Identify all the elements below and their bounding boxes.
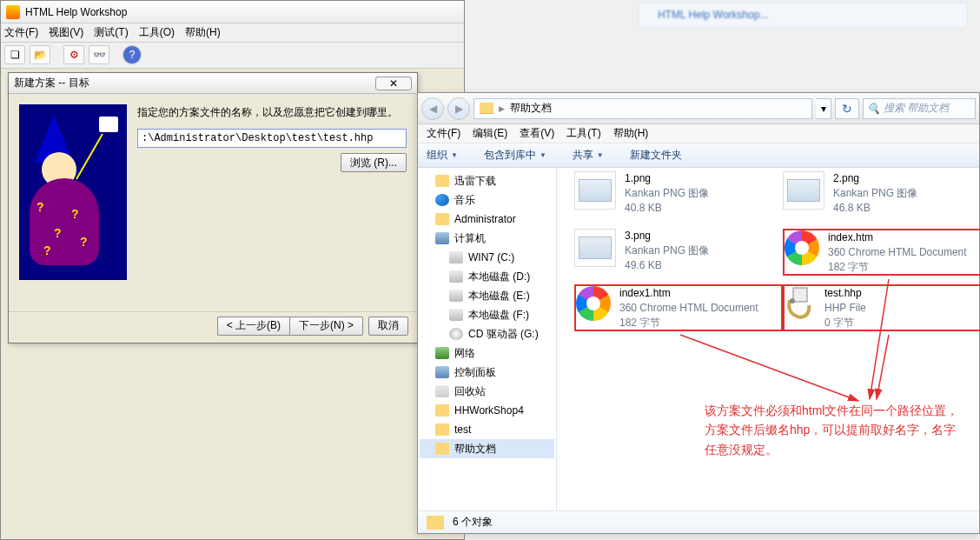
explorer-menubar[interactable]: 文件(F) 编辑(E) 查看(V) 工具(T) 帮助(H) <box>418 124 979 143</box>
chrome-icon <box>785 230 819 265</box>
file-name: 1.png <box>625 171 709 186</box>
file-thumbnail <box>783 171 824 210</box>
tree-item[interactable]: 本地磁盘 (F:) <box>420 305 554 324</box>
exp-menu-tools[interactable]: 工具(T) <box>566 126 600 141</box>
explorer-address-row: ◀ ▶ ▶ 帮助文档 ▾ ↻ 🔍 搜索 帮助文档 <box>418 93 979 124</box>
file-name: index1.htm <box>619 286 758 301</box>
new-project-wizard: 新建方案 -- 目标 ✕ ? ? ? ? ? 指定您的方案文件的名称，以及您愿意… <box>8 72 418 343</box>
hhw-toolbar: ❏ 📂 ⚙ 👓 ? <box>1 43 464 69</box>
search-placeholder: 搜索 帮助文档 <box>884 101 949 116</box>
tree-item[interactable]: 控制面板 <box>420 363 554 382</box>
file-item[interactable]: 2.png Kankan PNG 图像 46.8 KB <box>783 171 980 215</box>
tree-item[interactable]: 本地磁盘 (D:) <box>420 267 554 286</box>
tree-item-label: 计算机 <box>454 231 486 246</box>
file-view[interactable]: 该方案文件必须和html文件在同一个路径位置，方案文件后缀名hhp，可以提前取好… <box>557 168 979 510</box>
navigation-tree[interactable]: 迅雷下载音乐Administrator计算机WIN7 (C:)本地磁盘 (D:)… <box>418 168 557 510</box>
file-size: 40.8 KB <box>625 201 709 216</box>
tree-item-label: 本地磁盘 (E:) <box>468 289 530 303</box>
exp-menu-view[interactable]: 查看(V) <box>520 126 554 141</box>
refresh-button[interactable]: ↻ <box>835 98 859 119</box>
file-item[interactable]: 1.png Kankan PNG 图像 40.8 KB <box>574 171 783 215</box>
tree-item[interactable]: 帮助文档 <box>420 439 554 458</box>
file-name: index.htm <box>828 230 967 245</box>
hhw-menu-test[interactable]: 测试(T) <box>94 25 128 40</box>
tree-item[interactable]: WIN7 (C:) <box>420 248 554 267</box>
tree-item-icon <box>435 194 449 206</box>
toolbar-share[interactable]: 共享▼ <box>573 148 604 163</box>
hhw-menu-help[interactable]: 帮助(H) <box>185 25 221 40</box>
file-item[interactable]: index1.htm 360 Chrome HTML Document 182 … <box>574 284 783 331</box>
nav-forward-button[interactable]: ▶ <box>447 97 470 120</box>
file-size: 0 字节 <box>824 316 866 330</box>
search-input[interactable]: 🔍 搜索 帮助文档 <box>863 98 976 119</box>
project-path-input[interactable] <box>137 129 407 148</box>
hhw-menu-file[interactable]: 文件(F) <box>4 25 38 40</box>
toolbar-organize[interactable]: 组织▼ <box>427 148 458 163</box>
tree-item[interactable]: CD 驱动器 (G:) <box>420 324 554 343</box>
hhw-menu-tools[interactable]: 工具(O) <box>139 25 175 40</box>
toolbar-include-in-library[interactable]: 包含到库中▼ <box>484 148 546 163</box>
breadcrumb-current[interactable]: 帮助文档 <box>510 101 552 116</box>
tree-item[interactable]: Administrator <box>420 210 554 229</box>
wizard-footer: < 上一步(B) 下一步(N) > 取消 <box>9 311 417 339</box>
file-item[interactable]: index.htm 360 Chrome HTML Document 182 字… <box>783 229 980 276</box>
chevron-down-icon: ▼ <box>597 151 604 159</box>
status-object-count: 6 个对象 <box>453 515 493 530</box>
file-size: 49.6 KB <box>625 258 709 273</box>
hhw-menubar[interactable]: 文件(F) 视图(V) 测试(T) 工具(O) 帮助(H) <box>1 23 464 43</box>
hhw-app-icon <box>6 5 20 19</box>
tree-item-label: CD 驱动器 (G:) <box>468 327 539 342</box>
file-item[interactable]: 3.png Kankan PNG 图像 49.6 KB <box>574 229 783 272</box>
svg-line-2 <box>877 335 889 399</box>
svg-line-0 <box>680 335 858 401</box>
tree-item[interactable]: 网络 <box>420 343 554 363</box>
tree-item[interactable]: 迅雷下载 <box>420 171 554 190</box>
hhw-open-button[interactable]: 📂 <box>30 45 50 64</box>
file-size: 182 字节 <box>619 316 758 330</box>
hhw-compile-button[interactable]: ⚙ <box>63 45 84 64</box>
file-size: 182 字节 <box>828 260 967 275</box>
file-type: 360 Chrome HTML Document <box>619 301 758 316</box>
explorer-statusbar: 6 个对象 <box>418 510 979 533</box>
toolbar-new-folder[interactable]: 新建文件夹 <box>630 148 682 163</box>
tree-item-label: WIN7 (C:) <box>468 251 514 263</box>
address-bar[interactable]: ▶ 帮助文档 <box>473 98 812 119</box>
file-name: 3.png <box>625 229 709 243</box>
annotation-text: 该方案文件必须和html文件在同一个路径位置，方案文件后缀名hhp，可以提前取好… <box>705 401 965 459</box>
file-item[interactable]: test.hhp HHP File 0 字节 <box>783 284 980 331</box>
tree-item[interactable]: 音乐 <box>420 190 554 210</box>
hhw-help-button[interactable]: ? <box>122 45 142 64</box>
exp-menu-file[interactable]: 文件(F) <box>427 126 460 141</box>
exp-menu-help[interactable]: 帮助(H) <box>613 126 649 141</box>
tree-item-icon <box>435 404 449 417</box>
tree-item[interactable]: 本地磁盘 (E:) <box>420 286 554 305</box>
hhp-icon <box>785 286 816 319</box>
wizard-back-button[interactable]: < 上一步(B) <box>217 317 289 336</box>
file-thumbnail <box>574 229 616 267</box>
tree-item[interactable]: test <box>420 420 554 439</box>
browse-button[interactable]: 浏览 (R)... <box>341 153 407 172</box>
tree-item[interactable]: HHWorkShop4 <box>420 401 554 420</box>
tree-item-icon <box>435 423 449 436</box>
tree-item-icon <box>435 213 449 225</box>
search-icon: 🔍 <box>867 103 880 115</box>
wizard-next-button[interactable]: 下一步(N) > <box>289 317 363 336</box>
address-dropdown-button[interactable]: ▾ <box>816 98 831 119</box>
hhw-menu-view[interactable]: 视图(V) <box>49 25 83 40</box>
wizard-description: 指定您的方案文件的名称，以及您愿意把它创建到哪里。 <box>137 104 407 120</box>
chevron-down-icon: ▼ <box>451 151 458 159</box>
wizard-cancel-button[interactable]: 取消 <box>368 317 408 336</box>
tree-item-label: 迅雷下载 <box>454 174 496 189</box>
tree-item[interactable]: 回收站 <box>420 382 554 401</box>
exp-menu-edit[interactable]: 编辑(E) <box>473 126 507 141</box>
wizard-close-button[interactable]: ✕ <box>375 77 412 90</box>
tree-item[interactable]: 计算机 <box>420 229 554 248</box>
file-type: Kankan PNG 图像 <box>625 186 709 201</box>
hhw-new-button[interactable]: ❏ <box>4 45 25 64</box>
hhw-view-button[interactable]: 👓 <box>89 45 109 64</box>
explorer-window: ◀ ▶ ▶ 帮助文档 ▾ ↻ 🔍 搜索 帮助文档 文件(F) 编辑(E) 查看(… <box>417 92 980 534</box>
tree-item-label: 控制面板 <box>454 365 496 380</box>
tree-item-label: test <box>454 423 471 436</box>
nav-back-button[interactable]: ◀ <box>421 97 444 120</box>
background-tab: HTML Help Workshop... <box>638 2 968 28</box>
